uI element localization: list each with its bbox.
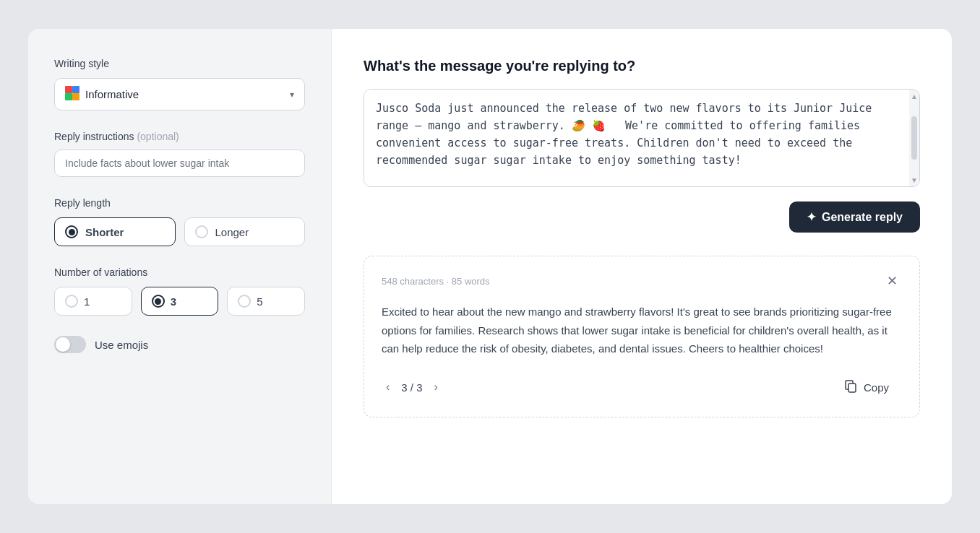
scroll-down-arrow[interactable]: ▼ — [909, 175, 919, 185]
radio-3-inner — [155, 298, 161, 305]
radio-3 — [152, 295, 165, 308]
variation-3-label: 3 — [171, 295, 176, 308]
emoji-section: Use emojis — [54, 336, 305, 353]
style-name: Informative — [85, 88, 139, 100]
generate-btn-label: Generate reply — [822, 211, 903, 224]
scrollbar-thumb — [911, 116, 917, 160]
page-prev-button[interactable]: ‹ — [382, 379, 394, 395]
style-icon-group: Informative — [65, 86, 139, 103]
instructions-input[interactable] — [54, 150, 305, 177]
generate-reply-button[interactable]: ✦ Generate reply — [789, 202, 920, 233]
svg-rect-3 — [72, 93, 79, 100]
svg-rect-1 — [72, 86, 79, 93]
svg-rect-2 — [65, 93, 72, 100]
variation-option-3[interactable]: 3 — [141, 287, 219, 316]
radio-shorter-inner — [69, 229, 75, 235]
variation-option-5[interactable]: 5 — [227, 287, 305, 316]
reply-length-label: Reply length — [54, 197, 305, 209]
result-meta: 548 characters · 85 words ✕ — [382, 271, 902, 291]
main-card: Writing style Informative ▾ — [27, 28, 953, 505]
scroll-up-arrow[interactable]: ▲ — [909, 91, 919, 101]
shorter-label: Shorter — [85, 226, 124, 238]
writing-style-label: Writing style — [54, 58, 305, 69]
radio-5 — [238, 295, 251, 308]
scrollbar: ▲ ▼ — [909, 90, 919, 186]
page-title: What's the message you're replying to? — [364, 58, 920, 74]
instructions-label: Reply instructions (optional) — [54, 131, 305, 142]
message-input[interactable] — [364, 90, 919, 183]
variations-section: Number of variations 1 3 5 — [54, 266, 305, 316]
pagination: ‹ 3 / 3 › — [382, 379, 442, 395]
toggle-knob — [56, 337, 70, 352]
result-stats: 548 characters · 85 words — [382, 276, 490, 287]
left-panel: Writing style Informative ▾ — [28, 29, 332, 504]
copy-icon — [843, 378, 858, 396]
variation-5-label: 5 — [257, 295, 262, 308]
color-blocks-icon — [65, 86, 79, 103]
optional-label: (optional) — [137, 131, 179, 142]
svg-rect-0 — [65, 86, 72, 93]
emoji-label: Use emojis — [95, 339, 148, 351]
longer-label: Longer — [215, 226, 249, 238]
variations-options: 1 3 5 — [54, 287, 305, 316]
copy-button[interactable]: Copy — [830, 373, 902, 402]
variations-label: Number of variations — [54, 266, 305, 278]
message-input-wrapper: ▲ ▼ — [364, 89, 920, 187]
length-option-shorter[interactable]: Shorter — [54, 217, 176, 246]
right-panel: What's the message you're replying to? ▲… — [332, 29, 952, 504]
radio-1 — [65, 295, 78, 308]
reply-length-section: Reply length Shorter Longer — [54, 197, 305, 246]
length-option-longer[interactable]: Longer — [184, 217, 306, 246]
page-current: 3 / 3 — [401, 381, 422, 394]
svg-rect-4 — [848, 384, 856, 392]
generate-row: ✦ Generate reply — [364, 202, 920, 250]
copy-label: Copy — [864, 381, 889, 394]
result-card: 548 characters · 85 words ✕ Excited to h… — [364, 256, 920, 417]
close-button[interactable]: ✕ — [882, 271, 902, 291]
variation-1-label: 1 — [84, 295, 90, 308]
sparkle-icon: ✦ — [807, 210, 816, 224]
result-footer: ‹ 3 / 3 › Copy — [382, 373, 902, 402]
page-next-button[interactable]: › — [430, 379, 442, 395]
style-select-wrapper: Informative ▾ — [54, 78, 305, 110]
result-body: Excited to hear about the new mango and … — [382, 303, 902, 358]
radio-longer — [195, 225, 208, 238]
style-select-button[interactable]: Informative ▾ — [54, 78, 305, 110]
radio-shorter — [65, 225, 78, 238]
variation-option-1[interactable]: 1 — [54, 287, 132, 316]
emoji-toggle[interactable] — [54, 336, 86, 353]
chevron-down-icon: ▾ — [290, 90, 294, 100]
length-options: Shorter Longer — [54, 217, 305, 246]
